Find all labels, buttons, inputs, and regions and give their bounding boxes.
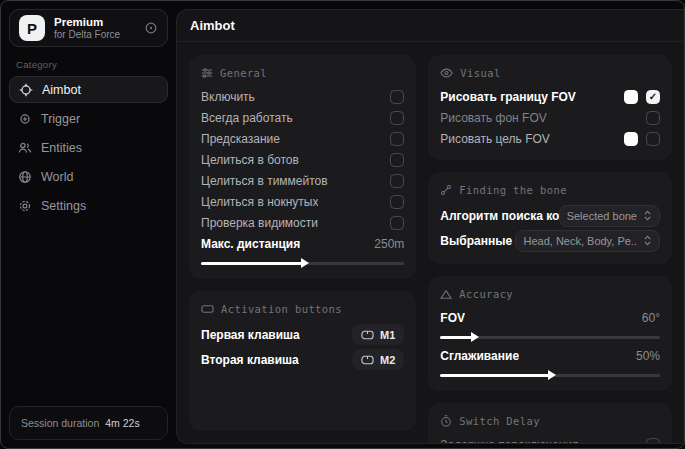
color-swatch[interactable]: [624, 132, 638, 146]
content: General Включить Всегда работать Предска…: [177, 43, 684, 443]
switch-delay-header: Switch Delay: [440, 412, 660, 430]
checkbox[interactable]: [646, 438, 660, 444]
sliders-icon: [201, 67, 213, 79]
page-title: Aimbot: [190, 18, 235, 33]
checkbox[interactable]: [646, 132, 660, 146]
session-value: 4m 22s: [105, 417, 139, 429]
timer-icon: [440, 415, 452, 427]
selected-bones-row: Выбранные кос Head, Neck, Body, Pe..: [440, 228, 660, 253]
section-title: Visual: [460, 67, 500, 79]
sidebar: P Premium for Delta Force Category Aimbo…: [1, 1, 176, 448]
setting-label: Целиться в ботов: [201, 153, 299, 167]
sidebar-item-label: Settings: [41, 199, 86, 213]
delta-icon: [440, 289, 452, 300]
setting-label: Задержка переключения: [440, 438, 578, 444]
setting-row-prediction: Предсказание: [201, 128, 404, 149]
right-column: Visual Рисовать границу FOV Рисовать фон…: [428, 55, 672, 431]
max-distance-slider[interactable]: [201, 262, 404, 265]
secondary-keybind-button[interactable]: M2: [352, 349, 404, 370]
setting-label: Рисовать границу FOV: [440, 90, 576, 104]
sidebar-item-aimbot[interactable]: Aimbot: [9, 76, 168, 103]
checkbox[interactable]: [390, 132, 404, 146]
slider-thumb[interactable]: [301, 258, 309, 268]
checkbox[interactable]: [646, 90, 660, 104]
globe-icon: [18, 170, 32, 184]
slider-fill: [440, 336, 473, 339]
sidebar-item-settings[interactable]: Settings: [9, 192, 168, 219]
setting-label: Целиться в нокнутых: [201, 195, 318, 209]
checkbox[interactable]: [390, 90, 404, 104]
visual-header: Visual: [440, 64, 660, 82]
select-value: Selected bone: [567, 210, 637, 222]
selected-bones-select[interactable]: Head, Neck, Body, Pe..: [515, 230, 660, 252]
slider-value: 60°: [642, 311, 660, 325]
unfold-icon: [643, 210, 652, 221]
color-swatch[interactable]: [624, 90, 638, 104]
checkbox[interactable]: [390, 195, 404, 209]
section-title: Activation buttons: [221, 303, 342, 315]
slider-thumb[interactable]: [548, 370, 556, 380]
slider-thumb[interactable]: [471, 332, 479, 342]
slider-fill: [440, 374, 550, 377]
max-distance-row: Макс. дистанция 250m: [201, 233, 404, 254]
keyboard-icon: [201, 303, 214, 315]
sidebar-item-entities[interactable]: Entities: [9, 134, 168, 161]
section-title: Finding the bone: [459, 184, 567, 196]
accuracy-header: Accuracy: [440, 285, 660, 303]
sidebar-item-label: Aimbot: [42, 83, 81, 97]
checkbox[interactable]: [390, 216, 404, 230]
section-title: General: [220, 67, 267, 79]
brand-target-icon[interactable]: [144, 21, 158, 35]
setting-label: Включить: [201, 90, 255, 104]
brand-card: P Premium for Delta Force: [9, 9, 168, 47]
keybind-value: M1: [380, 329, 395, 341]
entities-icon: [18, 141, 32, 155]
session-card: Session duration 4m 22s: [9, 406, 168, 440]
keybind-row-primary: Первая клавиша M1: [201, 322, 404, 347]
bone-icon: [440, 184, 452, 196]
sidebar-item-world[interactable]: World: [9, 163, 168, 190]
select-value: Head, Neck, Body, Pe..: [523, 235, 637, 247]
brand-subtitle: for Delta Force: [54, 29, 135, 41]
slider-label: FOV: [440, 311, 465, 325]
checkbox[interactable]: [390, 174, 404, 188]
bone-algorithm-select[interactable]: Selected bone: [559, 205, 660, 227]
primary-keybind-button[interactable]: M1: [352, 324, 404, 345]
visual-card: Visual Рисовать границу FOV Рисовать фон…: [428, 55, 672, 160]
checkbox[interactable]: [390, 153, 404, 167]
brand-text: Premium for Delta Force: [54, 16, 135, 41]
keybind-row-secondary: Вторая клавиша M2: [201, 347, 404, 372]
main-panel: Aimbot General Включить: [176, 9, 684, 444]
setting-label: Рисовать фон FOV: [440, 111, 546, 125]
checkbox[interactable]: [390, 111, 404, 125]
sidebar-item-label: Entities: [41, 141, 82, 155]
brand-name: Premium: [54, 16, 135, 29]
left-column: General Включить Всегда работать Предска…: [189, 55, 416, 431]
switch-delay-card: Switch Delay Задержка переключения Задер…: [428, 403, 672, 443]
bone-header: Finding the bone: [440, 181, 660, 199]
brand-logo: P: [19, 15, 45, 41]
fov-slider[interactable]: [440, 336, 660, 339]
checkbox[interactable]: [646, 111, 660, 125]
setting-label: Предсказание: [201, 132, 280, 146]
visual-row-fov-border: Рисовать границу FOV: [440, 86, 660, 107]
setting-row-aim-knocked: Целиться в нокнутых: [201, 191, 404, 212]
section-title: Accuracy: [459, 288, 513, 300]
switch-delay-toggle-row: Задержка переключения: [440, 434, 660, 443]
visual-row-fov-target: Рисовать цель FOV: [440, 128, 660, 149]
setting-label: Всегда работать: [201, 111, 293, 125]
accuracy-card: Accuracy FOV 60° Сглаживание 50%: [428, 276, 672, 391]
bone-algorithm-row: Алгоритм поиска кост Selected bone: [440, 203, 660, 228]
setting-row-aim-teammates: Целиться в тиммейтов: [201, 170, 404, 191]
sidebar-item-trigger[interactable]: Trigger: [9, 105, 168, 132]
session-label: Session duration: [21, 417, 99, 429]
main-header: Aimbot: [177, 10, 684, 42]
smoothing-slider[interactable]: [440, 374, 660, 377]
keybind-label: Вторая клавиша: [201, 353, 299, 367]
gear-icon: [18, 199, 32, 213]
slider-value: 250m: [374, 237, 404, 251]
app-window: P Premium for Delta Force Category Aimbo…: [0, 0, 685, 449]
setting-row-visibility-check: Проверка видимости: [201, 212, 404, 233]
setting-row-aim-bots: Целиться в ботов: [201, 149, 404, 170]
mouse-icon: [361, 355, 374, 365]
